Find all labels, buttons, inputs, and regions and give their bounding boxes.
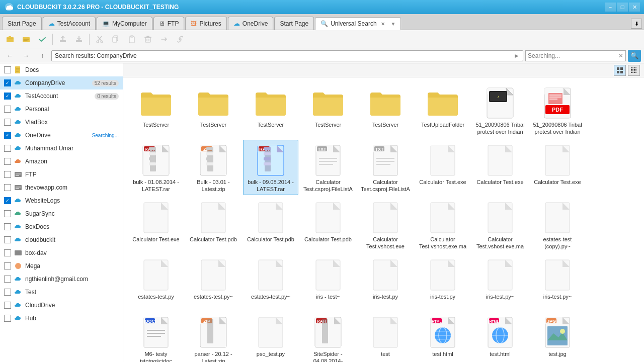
sidebar-checkbox-thevowapp[interactable]	[4, 184, 11, 191]
delete-button[interactable]	[141, 32, 155, 46]
list-item[interactable]: TestUploadFolder	[415, 82, 470, 138]
search-clear-button[interactable]: ✕	[618, 52, 623, 59]
list-item[interactable]: ZIP parser - 20.12 - Latest.zip	[186, 312, 241, 362]
tab-mycomputer[interactable]: 💻 MyComputer	[97, 17, 152, 30]
search-input[interactable]	[528, 52, 618, 59]
list-item[interactable]: ZIP Bulk - 03.01 - Latest.zip	[186, 140, 241, 195]
maximize-button[interactable]: □	[617, 3, 628, 12]
sidebar-checkbox-cloudbuckit[interactable]	[4, 236, 11, 243]
sidebar-item-hub[interactable]: Hub	[0, 312, 123, 325]
list-item[interactable]: Calculator Test.exe	[128, 197, 184, 252]
tab-menu-icon[interactable]: ▼	[391, 21, 396, 27]
sidebar-checkbox-sugarsync[interactable]	[4, 210, 11, 217]
list-item[interactable]: Calculator Test.pdb	[186, 197, 241, 252]
tab-start2[interactable]: Start Page	[274, 17, 314, 30]
list-item[interactable]: iris-test.py~	[472, 254, 528, 310]
list-item[interactable]: RAR SiteSpider - 04.08.2014-LATEST.rar	[300, 312, 356, 362]
list-item[interactable]: iris-test.py	[415, 254, 470, 310]
list-item[interactable]: MP3 ♪ 51_20090806 Tribal protest over In…	[472, 82, 528, 138]
list-item[interactable]: iris-test.py~	[530, 254, 585, 310]
list-item[interactable]: TestServer	[128, 82, 184, 138]
sidebar-item-muhammad[interactable]: Muhammad Umar	[0, 142, 123, 155]
sidebar-checkbox-websitelogs[interactable]: ✓	[4, 197, 11, 204]
list-item[interactable]: PDF 51_20090806 Tribal protest over Indi…	[530, 82, 585, 138]
list-item[interactable]: TXT Calculator Test.csproj.FileListAbsol…	[300, 140, 356, 195]
sidebar-item-testaccount[interactable]: ✓ TestAccount 0 results	[0, 89, 123, 103]
upload-button[interactable]	[56, 32, 70, 46]
tab-pictures[interactable]: 🖼 Pictures	[185, 17, 226, 30]
back-button[interactable]: ←	[3, 49, 17, 63]
list-item[interactable]: Calculator Test.exe	[530, 140, 585, 195]
list-item[interactable]: Calculator Test.vshost.exe	[358, 197, 413, 252]
up-button[interactable]: ↑	[35, 49, 49, 63]
download-file-button[interactable]	[72, 32, 86, 46]
sidebar-checkbox-amazon[interactable]	[4, 158, 11, 165]
sidebar-checkbox-vladbox[interactable]	[4, 119, 11, 126]
sidebar-item-ftp[interactable]: FTP	[0, 168, 123, 181]
list-item[interactable]: RAR bulk - 09.08.2014 - LATEST.rar	[243, 140, 298, 195]
sidebar-checkbox-personal[interactable]	[4, 106, 11, 113]
sidebar-checkbox-ngthienlinh[interactable]	[4, 276, 11, 283]
sidebar-item-thevowapp[interactable]: thevowapp.com	[0, 181, 123, 194]
large-icons-view-button[interactable]	[614, 65, 626, 76]
list-item[interactable]: TestServer	[300, 82, 356, 138]
list-item[interactable]: JPG test.jpg	[530, 312, 585, 362]
small-icons-view-button[interactable]	[628, 65, 640, 76]
forward-button[interactable]: →	[19, 49, 33, 63]
sidebar-item-sugarsync[interactable]: SugarSync	[0, 207, 123, 220]
list-item[interactable]: TestServer	[243, 82, 298, 138]
sidebar-item-websitelogs[interactable]: ✓ WebsiteLogs	[0, 194, 123, 207]
tab-testaccount[interactable]: ☁ TestAccount	[43, 17, 96, 30]
list-item[interactable]: estates-test.py~	[186, 254, 241, 310]
tab-ftp[interactable]: 🖥 FTP	[153, 17, 185, 30]
sidebar-checkbox-hub[interactable]	[4, 315, 11, 322]
list-item[interactable]: estates-test (copy).py~	[530, 197, 585, 252]
list-item[interactable]: HTML test.html	[415, 312, 470, 362]
list-item[interactable]: DOC M6- testy istotnościdoc	[128, 312, 184, 362]
sidebar-checkbox-boxdocs[interactable]	[4, 223, 11, 230]
minimize-button[interactable]: −	[605, 3, 616, 12]
search-button[interactable]: 🔍	[628, 50, 641, 62]
tab-close-button[interactable]: ✕	[379, 20, 386, 27]
sidebar-item-mega[interactable]: Mega	[0, 259, 123, 273]
sidebar-item-onedrive[interactable]: ✓ OneDrive Searching...	[0, 129, 123, 142]
sidebar-item-personal[interactable]: Personal	[0, 103, 123, 116]
list-item[interactable]: HTML test.html	[472, 312, 528, 362]
list-item[interactable]: pso_test.py	[243, 312, 298, 362]
list-item[interactable]: TestServer	[358, 82, 413, 138]
sidebar-item-vladbox[interactable]: VladBox	[0, 116, 123, 129]
open-button[interactable]	[19, 32, 33, 46]
sidebar-item-docs[interactable]: Docs	[0, 63, 123, 76]
sidebar-item-amazon[interactable]: Amazon	[0, 155, 123, 168]
sidebar-item-clouddrive[interactable]: CloudDrive	[0, 299, 123, 312]
list-item[interactable]: Calculator Test.pdb	[243, 197, 298, 252]
list-item[interactable]: TXT Calculator Test.csproj.FileListAbsol…	[358, 140, 413, 195]
sidebar-item-boxdocs[interactable]: BoxDocs	[0, 220, 123, 233]
address-input[interactable]: Search results: CompanyDrive ►	[51, 50, 523, 61]
paste-button[interactable]	[125, 32, 139, 46]
sidebar-checkbox-ftp[interactable]	[4, 171, 11, 178]
list-item[interactable]: test	[358, 312, 413, 362]
tab-onedrive[interactable]: ☁ OneDrive	[228, 17, 274, 30]
new-folder-button[interactable]	[3, 32, 17, 46]
sidebar-checkbox-mega[interactable]	[4, 262, 11, 269]
sidebar-checkbox-muhammad[interactable]	[4, 145, 11, 152]
sidebar-checkbox-companydrive[interactable]: ✓	[4, 79, 11, 86]
sidebar-checkbox-onedrive[interactable]: ✓	[4, 132, 11, 139]
list-item[interactable]: Calculator Test.pdb	[300, 197, 356, 252]
list-item[interactable]: Calculator Test.exe	[472, 140, 528, 195]
list-item[interactable]: Calculator Test.vshost.exe.manifest	[415, 197, 470, 252]
copy-button[interactable]	[109, 32, 123, 46]
tab-universalsearch[interactable]: 🔍 Universal Search ✕ ▼	[315, 17, 401, 30]
sidebar-checkbox-clouddrive[interactable]	[4, 302, 11, 309]
list-item[interactable]: Calculator Test.vshost.exe.manifest	[472, 197, 528, 252]
list-item[interactable]: TestServer	[186, 82, 241, 138]
sidebar-item-cloudbuckit[interactable]: cloudbuckit	[0, 233, 123, 246]
sidebar-checkbox-test[interactable]	[4, 289, 11, 296]
sidebar-checkbox-docs[interactable]	[4, 66, 11, 73]
sidebar-item-ngthienlinh[interactable]: ngthienlinh@gmail.com	[0, 273, 123, 286]
tab-start1[interactable]: Start Page	[2, 17, 42, 30]
move-button[interactable]	[157, 32, 171, 46]
list-item[interactable]: RAR bulk - 01.08.2014 - LATEST.rar	[128, 140, 184, 195]
sidebar-item-boxdav[interactable]: box-dav	[0, 246, 123, 259]
